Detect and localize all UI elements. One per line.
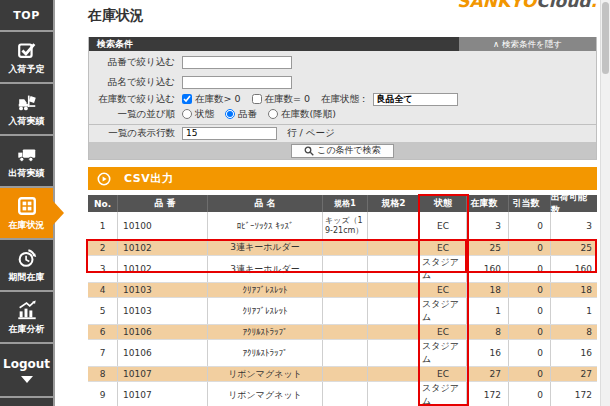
scrollbar-thumb[interactable] xyxy=(602,2,609,74)
sort-option-radio-0[interactable] xyxy=(182,109,192,119)
sort-option-radio-1[interactable] xyxy=(225,109,235,119)
cell-zaiko: 16 xyxy=(467,340,509,366)
cell-no: 2 xyxy=(88,240,118,255)
bar-chart-icon xyxy=(16,299,38,321)
hinmei-filter-label: 品名で絞り込む xyxy=(89,76,175,89)
stock-filter-checkboxes: 在庫数> 0在庫数= 0 xyxy=(182,93,321,106)
rows-per-page-label: 一覧の表示行数 xyxy=(89,127,175,140)
cell-kano: 8 xyxy=(551,325,597,339)
sidebar-item-arrival-schedule[interactable]: 入荷予定 xyxy=(0,32,53,82)
column-header-5: 状態 xyxy=(420,195,467,212)
hide-search-conditions-button[interactable]: ∧ 検索条件を隠す xyxy=(459,37,596,51)
sidebar-item-label: 在庫状況 xyxy=(9,219,45,232)
cell-jotai: EC xyxy=(420,283,467,297)
cell-jotai: EC xyxy=(420,240,467,255)
cell-zaiko: 1 xyxy=(467,298,509,324)
hinban-filter-input[interactable] xyxy=(182,56,292,69)
cell-no: 3 xyxy=(88,256,118,282)
cell-kano: 16 xyxy=(551,340,597,366)
sidebar-item-arrival-results[interactable]: 入荷実績 xyxy=(0,84,53,134)
sidebar-item-logout[interactable]: Logout xyxy=(0,344,53,396)
stock-filter-checkbox-0[interactable] xyxy=(182,94,192,104)
column-header-6: 在庫数 xyxy=(467,195,509,212)
sort-radio-group: 状態品番在庫数(降順) xyxy=(182,108,347,121)
search-button[interactable]: この条件で検索 xyxy=(291,144,394,158)
sort-option-2[interactable]: 在庫数(降順) xyxy=(268,108,336,121)
cell-jotai: スタジアム xyxy=(420,256,467,282)
cell-hinmei: ﾛﾋﾞｰｿｯｸｽ ｷｯｽﾞ xyxy=(208,212,323,239)
rows-per-page-suffix: 行 / ページ xyxy=(287,127,335,140)
forklift-icon xyxy=(16,91,38,113)
sidebar-item-shipping-results[interactable]: 出荷実績 xyxy=(0,136,53,186)
cell-kikaku1 xyxy=(323,298,368,324)
cell-jotai: スタジアム xyxy=(420,298,467,324)
sort-option-radio-2[interactable] xyxy=(268,109,278,119)
logo-brand: SANKYO xyxy=(457,0,536,11)
sidebar-item-label: Logout xyxy=(3,357,50,371)
column-header-2: 品 名 xyxy=(208,195,323,212)
cell-zaiko: 172 xyxy=(467,382,509,406)
cell-zaiko: 160 xyxy=(467,256,509,282)
truck-icon xyxy=(16,143,38,165)
cell-hikiate: 0 xyxy=(509,325,551,339)
sidebar-item-inventory-analysis[interactable]: 在庫分析 xyxy=(0,292,53,342)
cell-hikiate: 0 xyxy=(509,212,551,239)
cell-kikaku2 xyxy=(368,240,420,255)
cell-no: 4 xyxy=(88,283,118,297)
sort-option-label-2: 在庫数(降順) xyxy=(281,108,336,121)
stock-filter-1[interactable]: 在庫数= 0 xyxy=(252,93,311,106)
stock-filter-label-1: 在庫数= 0 xyxy=(265,93,311,106)
cell-kano: 18 xyxy=(551,283,597,297)
sidebar-item-inventory-status[interactable]: 在庫状況 xyxy=(0,188,53,238)
inventory-table: No.品 番品 名規格1規格2状態在庫数引当数出荷可能数 110100ﾛﾋﾞｰｿ… xyxy=(88,195,597,406)
csv-export-button[interactable]: CSV出力 xyxy=(88,167,597,190)
vertical-scrollbar[interactable] xyxy=(600,0,610,406)
sidebar-item-label: 在庫分析 xyxy=(9,323,45,336)
cell-hinmei: ｱｸﾘﾙｽﾄﾗｯﾌﾟ xyxy=(208,325,323,339)
cell-kikaku1 xyxy=(323,367,368,381)
cell-zaiko: 18 xyxy=(467,283,509,297)
sidebar: TOP入荷予定入荷実績出荷実績在庫状況期間在庫在庫分析Logout xyxy=(0,0,55,406)
sort-option-1[interactable]: 品番 xyxy=(225,108,257,121)
filter-row-stock: 在庫数で絞り込む 在庫数> 0在庫数= 0 在庫状態： xyxy=(89,92,596,106)
cell-hinmei: リボンマグネット xyxy=(208,382,323,406)
column-header-8: 出荷可能数 xyxy=(551,195,597,212)
cell-hinmei: ｸﾘｱﾌﾞﾚｽﾚｯﾄ xyxy=(208,283,323,297)
cell-kikaku1 xyxy=(323,283,368,297)
cell-kano: 27 xyxy=(551,367,597,381)
cell-jotai: スタジアム xyxy=(420,382,467,406)
sankyo-cloud-logo: SANKYOCloud. xyxy=(457,0,597,11)
sidebar-item-top[interactable]: TOP xyxy=(0,0,53,30)
column-header-0: No. xyxy=(88,195,118,212)
cell-jotai: EC xyxy=(420,212,467,239)
sort-label: 一覧の並び順 xyxy=(89,108,175,121)
cell-no: 1 xyxy=(88,212,118,239)
cell-hinban: 10100 xyxy=(118,212,208,239)
cell-kano: 160 xyxy=(551,256,597,282)
cell-kano: 172 xyxy=(551,382,597,406)
table-row: 910107リボンマグネットスタジアム1720172 xyxy=(88,382,597,406)
sort-option-0[interactable]: 状態 xyxy=(182,108,214,121)
stock-filter-label: 在庫数で絞り込む xyxy=(89,93,175,106)
condition-select[interactable] xyxy=(373,93,458,106)
sort-option-label-0: 状態 xyxy=(195,108,214,121)
rows-per-page-row: 一覧の表示行数 行 / ページ xyxy=(89,124,596,142)
cell-kikaku1 xyxy=(323,240,368,255)
cell-kikaku2 xyxy=(368,212,420,239)
cell-hikiate: 0 xyxy=(509,240,551,255)
sort-option-label-1: 品番 xyxy=(238,108,257,121)
cell-kano: 25 xyxy=(551,240,597,255)
cell-kikaku2 xyxy=(368,298,420,324)
sidebar-item-period-inventory[interactable]: 期間在庫 xyxy=(0,240,53,290)
stock-filter-0[interactable]: 在庫数> 0 xyxy=(182,93,241,106)
cell-no: 9 xyxy=(88,382,118,406)
hinmei-filter-input[interactable] xyxy=(182,76,292,89)
circle-play-icon xyxy=(97,172,111,186)
stock-filter-checkbox-1[interactable] xyxy=(252,94,262,104)
cell-hinban: 10107 xyxy=(118,367,208,381)
column-header-4: 規格2 xyxy=(368,195,420,212)
cell-hinmei: 3連キーホルダー xyxy=(208,256,323,282)
cell-no: 8 xyxy=(88,367,118,381)
column-header-7: 引当数 xyxy=(509,195,551,212)
rows-per-page-input[interactable] xyxy=(182,127,277,140)
